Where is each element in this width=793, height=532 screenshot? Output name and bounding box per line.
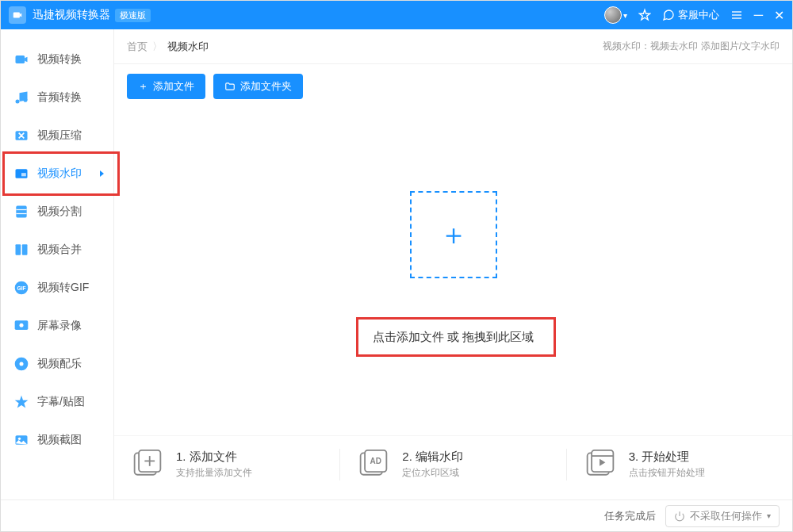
sidebar-item-label: 视频转GIF [37, 281, 89, 295]
svg-point-6 [24, 98, 28, 102]
step1-icon [130, 449, 165, 480]
sidebar-item-label: 视频分割 [37, 205, 82, 219]
svg-text:GIF: GIF [17, 285, 25, 291]
sidebar-item-audio-convert[interactable]: 音频转换 [1, 78, 113, 117]
app-logo-icon [9, 6, 26, 24]
support-label: 客服中心 [678, 8, 719, 22]
sidebar-item-video-compress[interactable]: 视频压缩 [1, 117, 113, 155]
breadcrumb-sep: 〉 [152, 40, 163, 54]
step-3: 3. 开始处理 点击按钮开始处理 [583, 449, 776, 480]
svg-point-5 [16, 100, 20, 104]
sidebar-item-label: 视频转换 [37, 52, 82, 67]
step-1: 1. 添加文件 支持批量添加文件 [130, 449, 324, 480]
step2-title: 2. 编辑水印 [402, 450, 463, 465]
svg-rect-4 [16, 55, 25, 63]
step2-icon: AD [356, 449, 391, 480]
dropdown-label: 不采取任何操作 [690, 509, 762, 523]
steps-bar: 1. 添加文件 支持批量添加文件 AD 2. 编辑水印 定位水印区域 [114, 435, 792, 499]
add-folder-button[interactable]: 添加文件夹 [213, 74, 303, 99]
action-bar: ＋ 添加文件 添加文件夹 [114, 64, 792, 109]
video-music-icon [13, 356, 29, 372]
sidebar-item-label: 视频水印 [37, 166, 82, 181]
sidebar-item-video-gif[interactable]: GIF 视频转GIF [1, 269, 113, 307]
sidebar-item-label: 视频截图 [37, 433, 82, 447]
sidebar-item-label: 视频合并 [37, 243, 82, 257]
svg-point-20 [20, 362, 24, 366]
subtitle-icon [13, 394, 29, 410]
footer-label: 任务完成后 [604, 509, 656, 523]
sidebar-item-label: 视频压缩 [37, 128, 82, 143]
sidebar-item-video-screenshot[interactable]: 视频截图 [1, 421, 113, 459]
sidebar-item-video-convert[interactable]: 视频转换 [1, 40, 113, 78]
sidebar-item-subtitle[interactable]: 字幕/贴图 [1, 383, 113, 421]
video-gif-icon: GIF [13, 280, 29, 296]
plus-large-icon: ＋ [439, 216, 468, 255]
user-avatar[interactable]: ▾ [604, 6, 627, 24]
minimize-button[interactable]: ─ [754, 8, 763, 22]
step3-title: 3. 开始处理 [629, 450, 705, 465]
sidebar-item-label: 音频转换 [37, 90, 82, 105]
step3-icon [583, 449, 618, 480]
app-title: 迅捷视频转换器 [33, 8, 110, 22]
vip-icon[interactable] [638, 9, 651, 21]
sidebar-item-video-music[interactable]: 视频配乐 [1, 345, 113, 383]
svg-rect-9 [21, 173, 26, 176]
drop-zone[interactable]: ＋ [410, 191, 497, 278]
folder-icon [224, 81, 236, 92]
svg-rect-13 [16, 244, 21, 255]
video-merge-icon [13, 242, 29, 258]
sidebar: 视频转换 音频转换 视频压缩 视频水印 视频分割 视频合并 GIF 视频转GIF [1, 29, 113, 499]
step2-sub: 定位水印区域 [402, 466, 463, 480]
breadcrumb-current: 视频水印 [167, 40, 209, 54]
svg-point-22 [18, 438, 21, 440]
support-button[interactable]: 客服中心 [662, 8, 719, 22]
svg-rect-0 [13, 13, 20, 18]
step3-sub: 点击按钮开始处理 [629, 466, 705, 480]
titlebar: 迅捷视频转换器 极速版 ▾ 客服中心 ─ ✕ [1, 1, 792, 29]
video-split-icon [13, 204, 29, 220]
breadcrumb: 首页 〉 视频水印 视频水印：视频去水印 添加图片/文字水印 [114, 29, 792, 64]
sidebar-item-label: 屏幕录像 [37, 319, 82, 333]
step-2: AD 2. 编辑水印 定位水印区域 [356, 449, 550, 480]
breadcrumb-description: 视频水印：视频去水印 添加图片/文字水印 [603, 40, 780, 53]
drop-area: ＋ 点击添加文件 或 拖拽到此区域 [114, 109, 792, 435]
video-compress-icon [13, 128, 29, 144]
step1-title: 1. 添加文件 [176, 450, 252, 465]
power-icon [674, 511, 685, 522]
sidebar-item-video-split[interactable]: 视频分割 [1, 193, 113, 231]
audio-convert-icon [13, 90, 29, 105]
sidebar-item-label: 视频配乐 [37, 357, 82, 371]
footer: 任务完成后 不采取任何操作 ▾ [1, 499, 792, 531]
close-button[interactable]: ✕ [774, 8, 784, 23]
sidebar-item-label: 字幕/贴图 [37, 395, 85, 409]
svg-text:AD: AD [370, 457, 381, 465]
step1-sub: 支持批量添加文件 [176, 466, 252, 480]
add-folder-label: 添加文件夹 [240, 79, 292, 94]
plus-icon: ＋ [138, 79, 148, 94]
menu-icon[interactable] [730, 9, 743, 21]
after-task-dropdown[interactable]: 不采取任何操作 ▾ [665, 505, 780, 527]
add-file-button[interactable]: ＋ 添加文件 [127, 74, 205, 99]
add-file-label: 添加文件 [153, 79, 194, 94]
drop-text: 点击添加文件 或 拖拽到此区域 [349, 322, 557, 353]
screen-record-icon [13, 318, 29, 334]
sidebar-item-video-merge[interactable]: 视频合并 [1, 231, 113, 269]
video-watermark-icon [13, 166, 29, 182]
video-screenshot-icon [13, 432, 29, 448]
video-convert-icon [13, 52, 29, 67]
sidebar-item-video-watermark[interactable]: 视频水印 [1, 155, 113, 193]
sidebar-item-screen-record[interactable]: 屏幕录像 [1, 307, 113, 345]
svg-rect-10 [16, 206, 26, 218]
svg-point-18 [20, 323, 24, 327]
svg-rect-14 [22, 244, 28, 255]
version-badge: 极速版 [115, 9, 151, 22]
breadcrumb-home[interactable]: 首页 [127, 40, 147, 54]
main-panel: 首页 〉 视频水印 视频水印：视频去水印 添加图片/文字水印 ＋ 添加文件 添加… [113, 29, 792, 499]
chevron-down-icon: ▾ [767, 511, 771, 520]
